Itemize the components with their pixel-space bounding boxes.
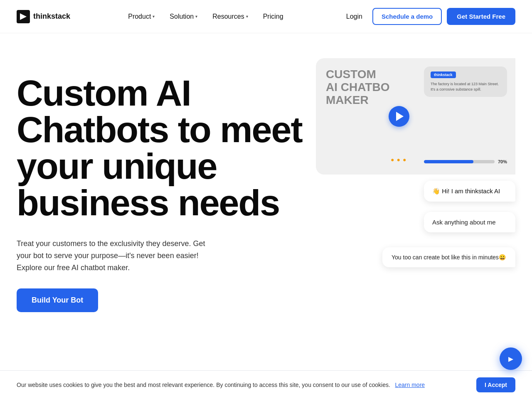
hero-subtitle: Treat your customers to the exclusivity … xyxy=(17,238,216,273)
chatbot-inner-text: The factory is located at 123 Main Stree… xyxy=(431,81,500,92)
logo-icon xyxy=(17,10,30,23)
progress-label: 70% xyxy=(498,159,507,164)
hero-left: Custom AI Chatbots to meet your unique b… xyxy=(17,66,308,312)
chatbot-main-text: CUSTOM AI CHATBO MAKER xyxy=(326,68,389,106)
schedule-demo-button[interactable]: Schedule a demo xyxy=(372,8,442,25)
progress-bar-bg xyxy=(424,160,495,163)
chatbot-fab-button[interactable]: ▸ xyxy=(500,347,522,370)
progress-row: 70% xyxy=(424,159,507,164)
play-icon xyxy=(396,112,404,121)
chevron-down-icon: ▾ xyxy=(195,14,197,19)
cookie-message: Our website uses cookies to give you the… xyxy=(17,382,470,388)
thinkstack-logo-small: thinkstack xyxy=(431,71,456,78)
navbar: thinkstack Product ▾ Solution ▾ Resource… xyxy=(0,0,532,33)
nav-link-product[interactable]: Product ▾ xyxy=(122,10,160,24)
chatbot-preview-card: CUSTOM AI CHATBO MAKER thinkstack The fa… xyxy=(316,58,515,175)
nav-item-product[interactable]: Product ▾ xyxy=(122,10,160,24)
nav-item-solution[interactable]: Solution ▾ xyxy=(164,10,203,24)
chatbot-inner-card: thinkstack The factory is located at 123… xyxy=(424,66,507,97)
chevron-down-icon: ▾ xyxy=(153,14,155,19)
chat-bubble-ask: Ask anything about me xyxy=(424,212,515,232)
brand-name: thinkstack xyxy=(33,12,70,21)
progress-bar-fill xyxy=(424,160,473,163)
login-button[interactable]: Login xyxy=(341,10,367,24)
star-icon-2: ● xyxy=(397,156,400,163)
star-dots: ● ● ● xyxy=(391,156,406,163)
chatbot-fab-icon: ▸ xyxy=(508,353,513,365)
nav-link-resources[interactable]: Resources ▾ xyxy=(207,10,254,24)
hero-section: Custom AI Chatbots to meet your unique b… xyxy=(0,33,532,391)
build-your-bot-button[interactable]: Build Your Bot xyxy=(17,288,98,312)
star-icon-1: ● xyxy=(391,156,394,163)
hero-right: CUSTOM AI CHATBO MAKER thinkstack The fa… xyxy=(316,58,532,175)
brand-logo[interactable]: thinkstack xyxy=(17,10,70,23)
star-icon-3: ● xyxy=(403,156,406,163)
nav-links: Product ▾ Solution ▾ Resources ▾ Pricing xyxy=(122,10,289,24)
nav-item-pricing[interactable]: Pricing xyxy=(257,10,289,24)
chat-bubble-create: You too can create bot like this in minu… xyxy=(382,247,515,267)
get-started-button[interactable]: Get Started Free xyxy=(447,8,515,25)
learn-more-link[interactable]: Learn more xyxy=(395,382,425,388)
cookie-banner: Our website uses cookies to give you the… xyxy=(0,370,532,399)
nav-actions: Login Schedule a demo Get Started Free xyxy=(341,8,515,25)
nav-link-pricing[interactable]: Pricing xyxy=(257,10,289,24)
play-button[interactable] xyxy=(389,106,409,127)
accept-cookies-button[interactable]: I Accept xyxy=(476,377,515,392)
hero-title: Custom AI Chatbots to meet your unique b… xyxy=(17,75,308,221)
chevron-down-icon: ▾ xyxy=(246,14,248,19)
chat-bubble-greeting: 👋 Hi! I am thinkstack AI xyxy=(424,181,515,202)
nav-link-solution[interactable]: Solution ▾ xyxy=(164,10,203,24)
nav-item-resources[interactable]: Resources ▾ xyxy=(207,10,254,24)
